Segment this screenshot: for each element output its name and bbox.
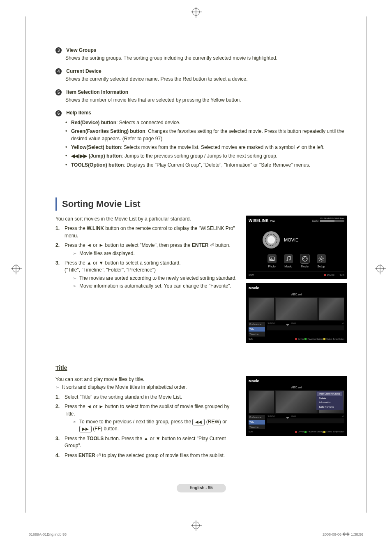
s2-c: button. xyxy=(214,242,231,248)
help-yellow-title: Yellow(Select) button xyxy=(71,144,121,150)
sort-column: Preference Title Timeline xyxy=(249,322,265,336)
item-3: 3 View Groups xyxy=(55,47,347,54)
sort-title[interactable]: Title xyxy=(249,327,265,332)
title-note: It sorts and displays the Movie titles i… xyxy=(55,384,239,391)
s2-note: Movie files are displayed. xyxy=(73,250,239,257)
s1-a: Press the xyxy=(65,225,87,231)
fig1-sum2: SUM xyxy=(249,273,254,277)
music-tab[interactable]: Music xyxy=(284,254,293,269)
fig1-free: 851.98MB/995.00MB Free xyxy=(320,217,344,220)
t2-note: To move to the previous / next title gro… xyxy=(73,418,239,433)
alpha-scale xyxy=(267,325,344,330)
fig1-help-device: Device xyxy=(327,274,334,276)
t-num-1: 1. xyxy=(55,394,65,401)
help-yellow-desc2: on the left. xyxy=(300,144,325,150)
thumb-next xyxy=(318,297,344,320)
thumb-main-2 xyxy=(275,390,318,413)
t4b: ENTER xyxy=(78,453,95,458)
svg-point-6 xyxy=(303,258,304,259)
enter-icon-2: ⏎ xyxy=(97,453,101,458)
item-3-title: View Groups xyxy=(66,47,96,53)
t-num-2: 2. xyxy=(55,403,65,433)
title-text-column: You can sort and play movie files by tit… xyxy=(55,376,239,459)
sort-timeline-2[interactable]: Timeline xyxy=(249,425,265,430)
sort-pref-2[interactable]: Preference xyxy=(249,415,265,420)
s3-note2: Movie information is automatically set. … xyxy=(73,283,239,290)
title-step-4: 4. Press ENTER ⏎ to play the selected gr… xyxy=(55,452,239,459)
page-content: 3 View Groups Shows the sorting groups. … xyxy=(0,0,392,529)
item-5-desc: Shows the number of movie files that are… xyxy=(65,97,347,104)
setup-label: Setup xyxy=(317,265,325,269)
photo-tab[interactable]: Photo xyxy=(267,254,277,269)
item-4: 4 Current Device xyxy=(55,68,347,75)
alpha-scale-2 xyxy=(267,418,344,423)
sorting-text-column: You can sort movies in the Movie List by… xyxy=(55,216,239,290)
popup-delete[interactable]: Delete xyxy=(317,396,342,401)
film-reel-icon xyxy=(263,231,280,248)
item-4-desc: Shows the currently selected device name… xyxy=(65,76,347,83)
item-6-title: Help Items xyxy=(66,110,91,116)
t4c: to play the selected group of movie file… xyxy=(101,453,225,458)
fig3-head: Movie xyxy=(249,378,344,384)
movie-tab[interactable]: Movie xyxy=(300,254,309,269)
help-yellow-desc1: : Selects movies from the movie list. Se… xyxy=(121,144,296,150)
thumb-main xyxy=(275,297,318,320)
fig2-filename: ABC.avi xyxy=(249,293,344,297)
check-icon: ✔ xyxy=(296,144,300,151)
svg-point-5 xyxy=(304,257,305,258)
f3-fav: Favorites Setting xyxy=(307,430,323,433)
help-tools-title: TOOLS(Option) button xyxy=(71,162,124,168)
help-tools-desc: : Displays the "Play Current Group", "De… xyxy=(124,162,310,168)
bullet-5: 5 xyxy=(55,89,62,95)
fig3-filename: ABC.avi xyxy=(249,385,344,390)
help-jump: ◀◀ ▶▶ (Jump) button: Jumps to the previo… xyxy=(65,153,347,160)
sort-title-2[interactable]: Title xyxy=(249,420,265,425)
section-sorting-title: Sorting Movie List xyxy=(55,197,347,211)
jump-icon: ◀◀ ▶▶ xyxy=(71,153,87,159)
popup-play[interactable]: Play Current Group xyxy=(317,392,342,396)
s1-b: W.LINK xyxy=(87,225,104,231)
help-red-desc: : Selects a connected device. xyxy=(116,120,180,125)
movie-icon xyxy=(302,255,308,262)
f2-select: Select xyxy=(326,338,332,340)
title-step-1: 1. Select "Title" as the sorting standar… xyxy=(55,394,239,401)
fig1-help-exit: Exit xyxy=(340,274,344,276)
rew-button-icon: ◀◀ xyxy=(192,419,205,425)
fig1-sum: SUM xyxy=(312,219,318,223)
sort-timeline[interactable]: Timeline xyxy=(249,332,265,337)
setup-tab[interactable]: Setup xyxy=(317,254,326,269)
svg-point-7 xyxy=(306,258,307,259)
bullet-4: 4 xyxy=(55,68,62,74)
f3-option: Option xyxy=(338,430,344,433)
step-num-1: 1. xyxy=(55,225,65,239)
sc2-c: M xyxy=(342,415,344,418)
fig2-head: Movie xyxy=(249,286,344,291)
t2nc: (FF) button. xyxy=(92,426,119,432)
item-4-title: Current Device xyxy=(66,68,101,74)
sc-a: SYMBOL xyxy=(267,322,276,325)
help-jump-title: (Jump) button xyxy=(87,153,122,159)
t1-body: Select "Title" as the sorting standard i… xyxy=(65,394,239,401)
item-3-desc: Shows the sorting groups. The sorting gr… xyxy=(65,55,347,62)
popup-safe[interactable]: Safe Remove xyxy=(317,405,342,409)
fig2-sum: SUM xyxy=(249,338,253,341)
ff-button-icon: ▶▶ xyxy=(79,426,92,432)
t2nb: (REW) or xyxy=(205,419,226,425)
bullet-6: 6 xyxy=(55,110,62,116)
f2-fav: Favorites Setting xyxy=(307,338,323,340)
step-num-2: 2. xyxy=(55,242,65,257)
f3-select: Select xyxy=(326,430,332,433)
sort-preference[interactable]: Preference xyxy=(249,322,265,327)
title-subhead: Title xyxy=(55,364,347,372)
help-red: Red(Device) button: Selects a connected … xyxy=(65,119,347,126)
svg-point-8 xyxy=(304,260,305,261)
help-jump-desc: : Jumps to the previous sorting group / … xyxy=(122,153,277,159)
fig3-sum: SUM xyxy=(249,430,253,433)
fig1-title: WISELINK xyxy=(249,218,269,223)
step-num-3: 3. xyxy=(55,260,65,290)
help-tools: TOOLS(Option) button: Displays the "Play… xyxy=(65,162,347,169)
fig1-main-tile: MOVIE xyxy=(263,231,344,248)
sc2-b: ENG xyxy=(291,415,296,418)
photo-icon xyxy=(269,255,275,262)
popup-info[interactable]: Information xyxy=(317,400,342,405)
